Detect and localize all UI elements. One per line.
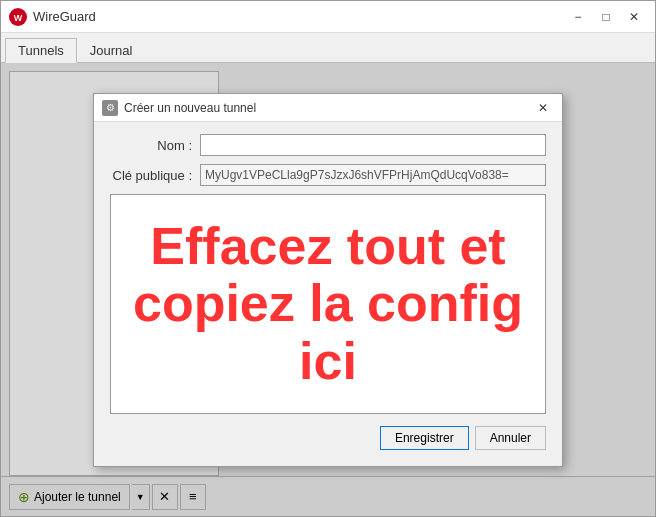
name-label: Nom : [110,138,200,153]
config-text-area-container: Effacez tout et copiez la config ici [110,194,546,414]
save-button[interactable]: Enregistrer [380,426,469,450]
dialog-body: Nom : Clé publique : Effacez tout et cop… [94,122,562,466]
tab-bar: Tunnels Journal [1,33,655,63]
config-textarea[interactable] [111,195,545,413]
content-area: ⊕ Ajouter le tunnel ▼ ✕ ≡ ⚙ Créer un nou… [1,63,655,516]
maximize-button[interactable]: □ [593,7,619,27]
cancel-button[interactable]: Annuler [475,426,546,450]
modal-overlay: ⚙ Créer un nouveau tunnel ✕ Nom : Clé pu… [1,63,655,516]
app-icon: W [9,8,27,26]
dialog-title: Créer un nouveau tunnel [124,101,532,115]
main-window: W WireGuard − □ ✕ Tunnels Journal ⊕ Ajou… [0,0,656,517]
window-title: WireGuard [33,9,565,24]
name-field-row: Nom : [110,134,546,156]
dialog-close-button[interactable]: ✕ [532,99,554,117]
close-button[interactable]: ✕ [621,7,647,27]
dialog-icon: ⚙ [102,100,118,116]
tab-tunnels[interactable]: Tunnels [5,38,77,63]
pubkey-field-row: Clé publique : [110,164,546,186]
minimize-button[interactable]: − [565,7,591,27]
create-tunnel-dialog: ⚙ Créer un nouveau tunnel ✕ Nom : Clé pu… [93,93,563,467]
window-controls: − □ ✕ [565,7,647,27]
dialog-title-bar: ⚙ Créer un nouveau tunnel ✕ [94,94,562,122]
dialog-footer: Enregistrer Annuler [110,426,546,454]
svg-text:W: W [14,13,23,23]
pubkey-label: Clé publique : [110,168,200,183]
tab-journal[interactable]: Journal [77,38,146,63]
title-bar: W WireGuard − □ ✕ [1,1,655,33]
name-input[interactable] [200,134,546,156]
pubkey-input[interactable] [200,164,546,186]
